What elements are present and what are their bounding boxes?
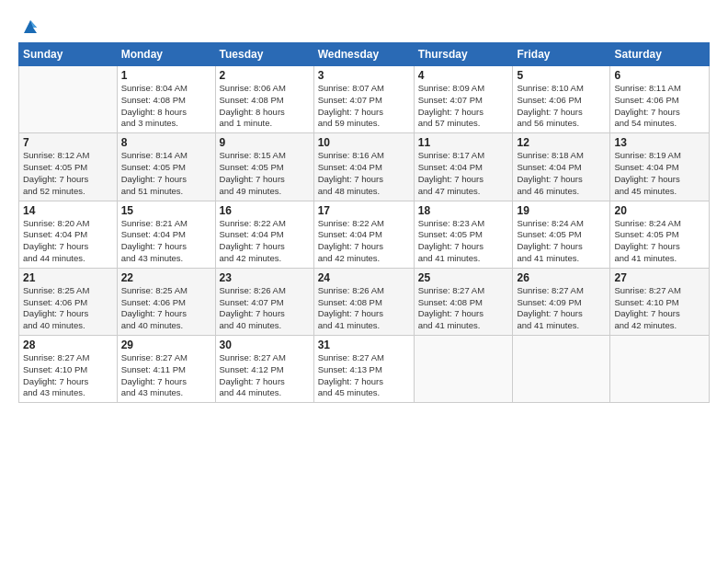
calendar-day-cell: 26Sunrise: 8:27 AM Sunset: 4:09 PM Dayli… [513, 268, 610, 335]
day-detail: Sunrise: 8:26 AM Sunset: 4:07 PM Dayligh… [220, 285, 310, 332]
calendar-day-cell: 17Sunrise: 8:22 AM Sunset: 4:04 PM Dayli… [313, 201, 414, 268]
calendar-header-row: SundayMondayTuesdayWednesdayThursdayFrid… [19, 43, 710, 66]
calendar-day-cell: 14Sunrise: 8:20 AM Sunset: 4:04 PM Dayli… [19, 201, 118, 268]
day-detail: Sunrise: 8:27 AM Sunset: 4:10 PM Dayligh… [23, 352, 113, 399]
calendar-day-cell: 1Sunrise: 8:04 AM Sunset: 4:08 PM Daylig… [117, 66, 215, 133]
day-number: 8 [121, 136, 211, 149]
day-detail: Sunrise: 8:19 AM Sunset: 4:04 PM Dayligh… [614, 150, 705, 197]
day-number: 25 [418, 271, 509, 284]
day-of-week-header: Thursday [414, 43, 513, 66]
day-number: 17 [318, 204, 410, 217]
day-number: 18 [418, 204, 509, 217]
day-of-week-header: Saturday [610, 43, 710, 66]
day-detail: Sunrise: 8:22 AM Sunset: 4:04 PM Dayligh… [318, 218, 410, 265]
calendar-day-cell: 2Sunrise: 8:06 AM Sunset: 4:08 PM Daylig… [215, 66, 313, 133]
day-of-week-header: Friday [513, 43, 610, 66]
day-number: 15 [121, 204, 211, 217]
day-number: 4 [418, 69, 509, 82]
calendar-day-cell: 31Sunrise: 8:27 AM Sunset: 4:13 PM Dayli… [313, 336, 414, 403]
calendar-day-cell: 4Sunrise: 8:09 AM Sunset: 4:07 PM Daylig… [414, 66, 513, 133]
calendar-day-cell: 11Sunrise: 8:17 AM Sunset: 4:04 PM Dayli… [414, 133, 513, 201]
day-number: 21 [23, 271, 113, 284]
day-number: 28 [23, 339, 113, 351]
calendar-empty-cell [610, 336, 710, 403]
calendar-week-row: 1Sunrise: 8:04 AM Sunset: 4:08 PM Daylig… [19, 66, 710, 133]
calendar: SundayMondayTuesdayWednesdayThursdayFrid… [18, 42, 710, 403]
day-detail: Sunrise: 8:26 AM Sunset: 4:08 PM Dayligh… [318, 285, 410, 332]
day-number: 2 [220, 69, 310, 82]
day-number: 13 [614, 136, 705, 149]
day-number: 27 [614, 271, 705, 284]
day-number: 23 [220, 271, 310, 284]
day-detail: Sunrise: 8:23 AM Sunset: 4:05 PM Dayligh… [418, 218, 509, 265]
day-number: 11 [418, 136, 509, 149]
day-detail: Sunrise: 8:14 AM Sunset: 4:05 PM Dayligh… [121, 150, 211, 197]
day-detail: Sunrise: 8:27 AM Sunset: 4:10 PM Dayligh… [614, 285, 705, 332]
day-number: 19 [517, 204, 606, 217]
day-number: 26 [517, 271, 606, 284]
day-number: 29 [121, 339, 211, 351]
day-detail: Sunrise: 8:17 AM Sunset: 4:04 PM Dayligh… [418, 150, 509, 197]
logo [18, 17, 40, 33]
calendar-day-cell: 20Sunrise: 8:24 AM Sunset: 4:05 PM Dayli… [610, 201, 710, 268]
day-number: 5 [517, 69, 606, 82]
calendar-day-cell: 19Sunrise: 8:24 AM Sunset: 4:05 PM Dayli… [513, 201, 610, 268]
day-detail: Sunrise: 8:24 AM Sunset: 4:05 PM Dayligh… [517, 218, 606, 265]
logo-icon [20, 17, 40, 37]
calendar-day-cell: 23Sunrise: 8:26 AM Sunset: 4:07 PM Dayli… [215, 268, 313, 335]
day-number: 16 [220, 204, 310, 217]
calendar-day-cell: 9Sunrise: 8:15 AM Sunset: 4:05 PM Daylig… [215, 133, 313, 201]
calendar-day-cell: 10Sunrise: 8:16 AM Sunset: 4:04 PM Dayli… [313, 133, 414, 201]
calendar-day-cell: 13Sunrise: 8:19 AM Sunset: 4:04 PM Dayli… [610, 133, 710, 201]
calendar-day-cell: 12Sunrise: 8:18 AM Sunset: 4:04 PM Dayli… [513, 133, 610, 201]
day-number: 31 [318, 339, 410, 351]
calendar-day-cell: 16Sunrise: 8:22 AM Sunset: 4:04 PM Dayli… [215, 201, 313, 268]
day-detail: Sunrise: 8:10 AM Sunset: 4:06 PM Dayligh… [517, 83, 606, 130]
day-detail: Sunrise: 8:25 AM Sunset: 4:06 PM Dayligh… [23, 285, 113, 332]
day-detail: Sunrise: 8:16 AM Sunset: 4:04 PM Dayligh… [318, 150, 410, 197]
day-detail: Sunrise: 8:06 AM Sunset: 4:08 PM Dayligh… [220, 83, 310, 130]
day-number: 10 [318, 136, 410, 149]
day-number: 6 [614, 69, 705, 82]
page: SundayMondayTuesdayWednesdayThursdayFrid… [0, 0, 728, 563]
day-number: 9 [220, 136, 310, 149]
calendar-empty-cell [414, 336, 513, 403]
calendar-day-cell: 30Sunrise: 8:27 AM Sunset: 4:12 PM Dayli… [215, 336, 313, 403]
day-detail: Sunrise: 8:24 AM Sunset: 4:05 PM Dayligh… [614, 218, 705, 265]
day-detail: Sunrise: 8:04 AM Sunset: 4:08 PM Dayligh… [121, 83, 211, 130]
day-detail: Sunrise: 8:15 AM Sunset: 4:05 PM Dayligh… [220, 150, 310, 197]
day-detail: Sunrise: 8:09 AM Sunset: 4:07 PM Dayligh… [418, 83, 509, 130]
day-number: 22 [121, 271, 211, 284]
calendar-day-cell: 21Sunrise: 8:25 AM Sunset: 4:06 PM Dayli… [19, 268, 118, 335]
calendar-day-cell: 15Sunrise: 8:21 AM Sunset: 4:04 PM Dayli… [117, 201, 215, 268]
day-detail: Sunrise: 8:22 AM Sunset: 4:04 PM Dayligh… [220, 218, 310, 265]
day-detail: Sunrise: 8:27 AM Sunset: 4:08 PM Dayligh… [418, 285, 509, 332]
calendar-week-row: 14Sunrise: 8:20 AM Sunset: 4:04 PM Dayli… [19, 201, 710, 268]
calendar-week-row: 28Sunrise: 8:27 AM Sunset: 4:10 PM Dayli… [19, 336, 710, 403]
day-detail: Sunrise: 8:20 AM Sunset: 4:04 PM Dayligh… [23, 218, 113, 265]
day-detail: Sunrise: 8:11 AM Sunset: 4:06 PM Dayligh… [614, 83, 705, 130]
day-detail: Sunrise: 8:27 AM Sunset: 4:12 PM Dayligh… [220, 352, 310, 399]
calendar-day-cell: 24Sunrise: 8:26 AM Sunset: 4:08 PM Dayli… [313, 268, 414, 335]
calendar-day-cell: 5Sunrise: 8:10 AM Sunset: 4:06 PM Daylig… [513, 66, 610, 133]
day-detail: Sunrise: 8:07 AM Sunset: 4:07 PM Dayligh… [318, 83, 410, 130]
calendar-day-cell: 25Sunrise: 8:27 AM Sunset: 4:08 PM Dayli… [414, 268, 513, 335]
calendar-day-cell: 7Sunrise: 8:12 AM Sunset: 4:05 PM Daylig… [19, 133, 118, 201]
day-of-week-header: Monday [117, 43, 215, 66]
day-number: 12 [517, 136, 606, 149]
calendar-day-cell: 22Sunrise: 8:25 AM Sunset: 4:06 PM Dayli… [117, 268, 215, 335]
day-number: 30 [220, 339, 310, 351]
calendar-day-cell: 28Sunrise: 8:27 AM Sunset: 4:10 PM Dayli… [19, 336, 118, 403]
header [18, 17, 710, 33]
day-detail: Sunrise: 8:18 AM Sunset: 4:04 PM Dayligh… [517, 150, 606, 197]
calendar-empty-cell [19, 66, 118, 133]
day-number: 7 [23, 136, 113, 149]
day-detail: Sunrise: 8:12 AM Sunset: 4:05 PM Dayligh… [23, 150, 113, 197]
calendar-day-cell: 3Sunrise: 8:07 AM Sunset: 4:07 PM Daylig… [313, 66, 414, 133]
calendar-day-cell: 27Sunrise: 8:27 AM Sunset: 4:10 PM Dayli… [610, 268, 710, 335]
calendar-week-row: 21Sunrise: 8:25 AM Sunset: 4:06 PM Dayli… [19, 268, 710, 335]
day-detail: Sunrise: 8:25 AM Sunset: 4:06 PM Dayligh… [121, 285, 211, 332]
day-detail: Sunrise: 8:27 AM Sunset: 4:11 PM Dayligh… [121, 352, 211, 399]
day-number: 1 [121, 69, 211, 82]
calendar-empty-cell [513, 336, 610, 403]
